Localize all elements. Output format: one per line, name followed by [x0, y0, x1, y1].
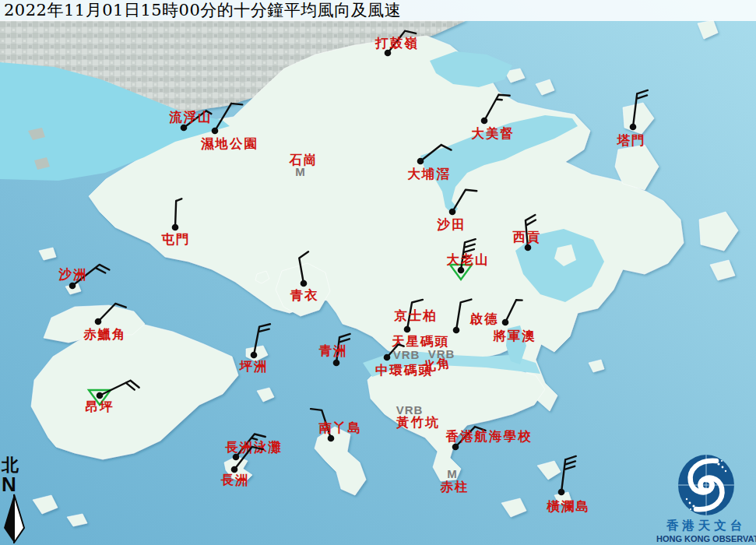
station-dot-tai-mei-tuk — [481, 118, 488, 125]
station-lau-fau-shan: 流浮山 — [168, 110, 213, 132]
wind-barb-tuen-mun — [175, 199, 181, 227]
station-dot-hk-sea-school — [452, 444, 459, 451]
station-dot-sai-kung — [525, 244, 532, 251]
weather-map-screenshot: 打鼓嶺流浮山濕地公園石崗M大美督塔門大埔滘沙田西貢大老山屯門沙洲赤鱲角青衣坪洲青… — [0, 0, 756, 545]
station-green-island: 青洲 — [319, 332, 350, 366]
station-dot-central-pier — [384, 354, 391, 361]
station-tuen-mun: 屯門 — [161, 199, 191, 247]
wind-barb-tap-mun — [633, 89, 648, 128]
station-dot-wetland-park — [212, 128, 219, 135]
station-dot-kai-tak — [453, 327, 460, 334]
station-dot-sha-tin — [449, 209, 456, 216]
station-label-chek-lap-kok: 赤鱲角 — [83, 327, 127, 342]
station-annotation-north-point: VRB — [428, 347, 455, 360]
wind-barb-chek-lap-kok — [98, 301, 126, 329]
station-label-tap-mun: 塔門 — [617, 133, 646, 148]
station-dot-lamma-island — [328, 435, 335, 442]
station-label-kings-park: 京士柏 — [393, 308, 438, 323]
hko-logo-icon — [670, 453, 742, 517]
wind-barb-waglan-island — [561, 455, 576, 493]
station-label-stanley: 赤柱 — [440, 480, 469, 494]
station-label-kai-tak: 啟德 — [469, 311, 499, 326]
station-label-tuen-mun: 屯門 — [161, 232, 191, 247]
station-tsing-yi: 青衣 — [290, 251, 319, 303]
station-label-hk-sea-school: 香港航海學校 — [445, 429, 533, 444]
compass-needle-icon — [2, 494, 30, 543]
station-dot-tates-cairn — [458, 267, 465, 274]
station-label-tsing-yi: 青衣 — [290, 288, 319, 303]
station-label-sha-chau: 沙洲 — [58, 267, 88, 282]
station-sha-chau: 沙洲 — [58, 262, 110, 294]
compass-north-en: N — [2, 475, 33, 494]
station-dot-waglan-island — [558, 489, 565, 496]
station-dot-green-island — [333, 360, 340, 367]
station-sha-tin: 沙田 — [437, 186, 477, 232]
station-tseung-kwan-o: 將軍澳 — [492, 298, 536, 343]
station-dot-tap-mun — [630, 124, 637, 131]
station-label-peng-chau: 坪洲 — [239, 359, 269, 374]
station-label-cheung-chau: 長洲 — [221, 473, 250, 487]
hko-logo: 香港天文台 HONG KONG OBSERVATORY — [656, 453, 756, 543]
station-dot-tsing-yi — [301, 280, 308, 287]
station-dot-kings-park — [404, 326, 411, 333]
station-label-wong-chuk-hang: 黃竹坑 — [396, 415, 440, 430]
station-label-lau-fau-shan: 流浮山 — [168, 110, 213, 125]
map-title: 2022年11月01日15時00分的十分鐘平均風向及風速 — [0, 0, 756, 21]
station-wetland-park: 濕地公園 — [200, 100, 258, 151]
station-label-wetland-park: 濕地公園 — [200, 136, 258, 151]
station-annotation-shek-kong: M — [295, 165, 306, 178]
station-label-tai-po-kau: 大埔滘 — [407, 167, 451, 181]
station-ta-kwu-ling: 打鼓嶺 — [374, 27, 419, 59]
station-tai-po-kau: 大埔滘 — [407, 142, 451, 181]
station-label-ta-kwu-ling: 打鼓嶺 — [374, 36, 419, 51]
wind-barb-peng-chau — [254, 322, 270, 357]
wind-barb-kai-tak — [456, 298, 471, 332]
title-bar: 2022年11月01日15時00分的十分鐘平均風向及風速 — [0, 0, 756, 21]
station-annotation-stanley: M — [447, 467, 458, 480]
station-tap-mun: 塔門 — [617, 89, 648, 148]
wind-barb-tai-po-kau — [420, 142, 452, 169]
station-dot-peng-chau — [251, 352, 258, 359]
station-annotation-wong-chuk-hang: VRB — [396, 403, 424, 417]
hko-logo-en: HONG KONG OBSERVATORY — [656, 534, 756, 543]
hko-logo-zh: 香港天文台 — [656, 518, 756, 534]
station-shek-kong: 石崗M — [289, 153, 318, 178]
station-annotation-star-ferry: VRB — [393, 348, 420, 361]
station-dot-lau-fau-shan — [181, 125, 188, 132]
station-lamma-island: 南丫島 — [311, 406, 362, 441]
station-kings-park: 京士柏 — [393, 298, 438, 333]
station-tai-mei-tuk: 大美督 — [471, 91, 515, 141]
station-dot-tuen-mun — [172, 224, 179, 231]
station-kai-tak: 啟德 — [453, 298, 499, 334]
station-label-waglan-island: 橫瀾島 — [546, 499, 590, 514]
station-dot-cheung-chau — [231, 466, 238, 473]
station-label-tates-cairn: 大老山 — [446, 252, 490, 267]
station-peng-chau: 坪洲 — [239, 322, 270, 374]
compass-north: 北 N — [2, 456, 33, 543]
station-label-sha-tin: 沙田 — [437, 217, 466, 232]
wind-barb-tsing-yi — [298, 251, 314, 283]
station-dot-tseung-kwan-o — [502, 319, 509, 326]
station-label-tseung-kwan-o: 將軍澳 — [492, 329, 536, 343]
station-hk-sea-school: 香港航海學校 — [445, 424, 533, 454]
station-tates-cairn: 大老山 — [446, 237, 490, 280]
station-dot-chek-lap-kok — [95, 318, 102, 325]
station-label-central-pier: 中環碼頭 — [375, 363, 433, 378]
station-waglan-island: 橫瀾島 — [546, 455, 590, 514]
stations-layer: 打鼓嶺流浮山濕地公園石崗M大美督塔門大埔滘沙田西貢大老山屯門沙洲赤鱲角青衣坪洲青… — [0, 0, 756, 545]
station-dot-sha-chau — [69, 283, 76, 290]
station-ngong-ping: 昂坪 — [86, 378, 139, 414]
station-label-green-island: 青洲 — [319, 343, 348, 358]
wind-barb-sha-tin — [452, 186, 476, 217]
station-label-sai-kung: 西貢 — [512, 230, 542, 244]
station-dot-ngong-ping — [97, 392, 104, 399]
station-dot-tai-po-kau — [417, 158, 424, 165]
station-stanley: 赤柱M — [440, 467, 469, 494]
station-chek-lap-kok: 赤鱲角 — [83, 301, 127, 342]
station-sai-kung: 西貢 — [512, 215, 542, 251]
wind-barb-tai-mei-tuk — [484, 91, 510, 126]
wind-barb-wetland-park — [215, 100, 242, 136]
station-label-tai-mei-tuk: 大美督 — [471, 126, 515, 141]
station-wong-chuk-hang: 黃竹坑VRB — [396, 403, 440, 430]
station-label-lamma-island: 南丫島 — [318, 420, 362, 435]
